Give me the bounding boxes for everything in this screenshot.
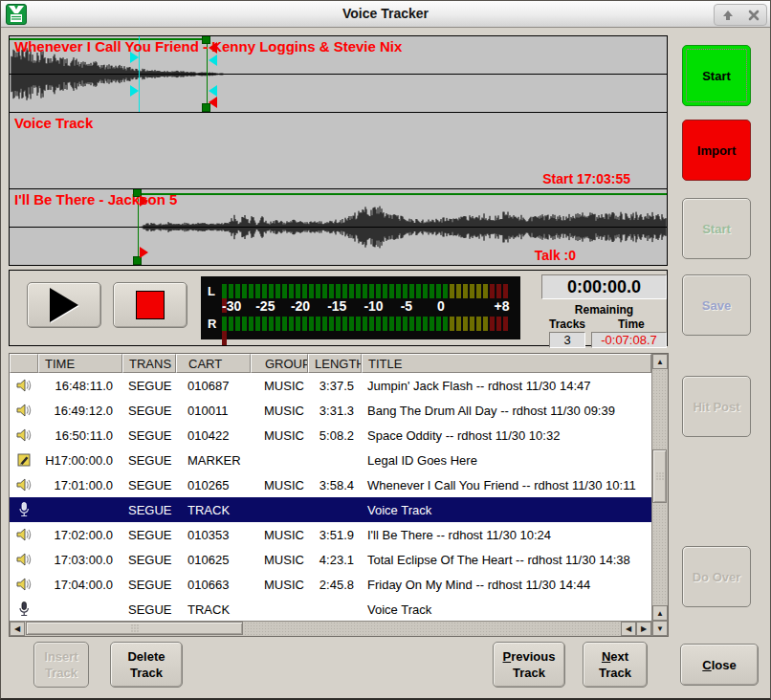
cell-icon <box>10 576 38 593</box>
cell-cart: 010663 <box>176 578 251 592</box>
start-marker-bottom[interactable] <box>140 247 148 258</box>
cell-trans: SEGUE <box>122 453 176 468</box>
start-marker-top[interactable] <box>140 195 148 207</box>
cell-title: Bang The Drum All Day -- rdhost 11/30 09… <box>362 404 651 418</box>
log-header: TIMETRANSCARTGROUPLENGTHTITLE <box>10 354 651 373</box>
scroll-left-icon[interactable]: ◀ <box>10 622 25 636</box>
cell-trans: SEGUE <box>122 503 176 517</box>
cell-icon <box>10 501 38 518</box>
cell-time: 16:49:12.0 <box>38 404 122 418</box>
speaker-icon <box>15 526 33 543</box>
close-button[interactable]: Close <box>680 644 759 686</box>
cell-cart: TRACK <box>176 602 251 617</box>
voice-start-time: Start 17:03:55 <box>542 171 630 186</box>
next-track-button[interactable]: Next Track <box>583 642 648 688</box>
table-row[interactable]: 17:04:00.0SEGUE010663MUSIC2:45.8Friday O… <box>10 572 651 597</box>
cell-length: 3:31.3 <box>308 404 362 418</box>
horizontal-scrollbar[interactable]: ◀ ◀ ▶ <box>10 621 651 636</box>
segue-handle-top[interactable] <box>209 55 217 66</box>
remaining-panel: Remaining Tracks Time 3 -0:07:08.7 <box>541 303 667 348</box>
meter-tick-0: 0 <box>437 298 445 314</box>
stop-button[interactable] <box>113 282 187 328</box>
meter-tick--10: -10 <box>363 298 383 314</box>
table-row[interactable]: SEGUETRACKVoice Track <box>10 597 651 621</box>
vertical-scrollbar[interactable]: ▲ ▲ ▼ <box>651 354 668 636</box>
time-remaining-value: -0:07:08.7 <box>591 332 667 348</box>
table-row[interactable]: 16:48:11.0SEGUE010687MUSIC3:37.5Jumpin' … <box>10 373 651 398</box>
microphone-icon <box>15 601 33 618</box>
vscroll-thumb[interactable] <box>652 449 667 503</box>
table-row[interactable]: 17:03:00.0SEGUE010625MUSIC4:23.1Total Ec… <box>10 547 651 572</box>
table-row[interactable]: 16:49:12.0SEGUE010011MUSIC3:31.3Bang The… <box>10 398 651 423</box>
table-row[interactable]: 16:50:11.0SEGUE010422MUSIC5:08.2Space Od… <box>10 423 651 448</box>
cell-cart: TRACK <box>176 503 251 517</box>
stop-icon <box>136 291 165 319</box>
cell-title: Voice Track <box>362 503 651 517</box>
cell-title: I'll Be There -- rdhost 11/30 10:24 <box>362 528 651 542</box>
column-header-LENGTH: LENGTH <box>308 354 362 373</box>
hit-post-button: Hit Post <box>682 376 751 437</box>
talk-time-label: Talk :0 <box>535 248 576 263</box>
talk-marker-handle-bottom[interactable] <box>130 85 139 97</box>
table-row[interactable]: 17:02:00.0SEGUE010353MUSIC3:51.9I'll Be … <box>10 522 651 547</box>
cell-time: 17:01:00.0 <box>38 478 122 492</box>
cell-cart: 010687 <box>176 379 251 393</box>
elapsed-time-display: 0:00:00.0 <box>541 274 667 299</box>
start-record-button[interactable]: Start <box>682 45 751 106</box>
speaker-icon <box>15 551 33 568</box>
shade-icon[interactable] <box>717 7 738 24</box>
cell-time: 16:50:11.0 <box>38 428 122 443</box>
scroll-up-icon[interactable]: ▲ <box>652 354 668 369</box>
voice-tracker-window: Voice Tracker Whenever I Call You Friend… <box>0 0 771 700</box>
delete-track-button[interactable]: Delete Track <box>110 642 183 688</box>
table-row[interactable]: H17:00:00.0SEGUEMARKERLegal ID Goes Here <box>10 448 651 472</box>
cell-icon <box>10 551 38 568</box>
cell-group: MUSIC <box>251 404 308 418</box>
column-header-TITLE: TITLE <box>362 354 651 373</box>
cell-icon <box>10 402 38 419</box>
segue-marker-bottom[interactable] <box>209 97 217 108</box>
cell-group: MUSIC <box>251 553 308 567</box>
column-header-TRANS: TRANS <box>122 354 176 373</box>
time-label: Time <box>618 317 645 331</box>
audio-level-meter: L -30-25-20-15-10-50+8 R <box>201 276 520 339</box>
close-icon[interactable] <box>743 7 764 24</box>
insert-track-button: Insert Track <box>33 642 89 688</box>
window-controls <box>714 4 767 26</box>
table-row[interactable]: 17:01:00.0SEGUE010265MUSIC3:58.4Whenever… <box>10 472 651 497</box>
play-button[interactable] <box>27 282 101 328</box>
segue-marker-top[interactable] <box>209 42 217 54</box>
meter-tick--25: -25 <box>255 298 275 314</box>
table-row[interactable]: SEGUETRACKVoice Track <box>10 497 651 522</box>
remaining-label: Remaining <box>541 303 667 317</box>
cell-time: 17:03:00.0 <box>38 553 122 567</box>
cell-trans: SEGUE <box>122 428 176 443</box>
segue-handle-bottom[interactable] <box>209 85 217 97</box>
meter-tick--15: -15 <box>327 298 346 314</box>
log-rows: 16:48:11.0SEGUE010687MUSIC3:37.5Jumpin' … <box>10 373 651 621</box>
talk-marker-handle-top[interactable] <box>130 52 139 63</box>
scroll-up2-icon[interactable]: ▲ <box>652 605 668 621</box>
previous-track-button[interactable]: Previous Track <box>493 642 565 688</box>
cell-cart: MARKER <box>176 453 251 468</box>
cell-length: 3:58.4 <box>308 478 362 492</box>
meter-right-segments <box>222 317 515 331</box>
waveform-track-next-cart[interactable]: I'll Be There - Jackson 5 Talk :0 <box>9 188 668 266</box>
hscroll-thumb[interactable] <box>26 622 243 635</box>
column-header-GROUP: GROUP <box>251 354 308 373</box>
hscroll-trough[interactable] <box>244 622 620 636</box>
cell-group: MUSIC <box>251 379 308 393</box>
transport-panel: L -30-25-20-15-10-50+8 R 0:00:00.0 Remai… <box>9 270 668 346</box>
scroll-left2-icon[interactable]: ◀ <box>621 622 636 636</box>
cell-cart: 010422 <box>176 428 251 443</box>
meter-right-label: R <box>208 317 216 331</box>
waveform-track-previous-cart[interactable]: Whenever I Call You Friend - Kenny Loggi… <box>9 35 668 113</box>
play-icon <box>50 288 78 322</box>
marker-icon <box>15 451 33 469</box>
scroll-right-icon[interactable]: ▶ <box>636 622 651 636</box>
column-header-icon <box>10 354 38 373</box>
waveform-track-voice[interactable]: Voice Track Start 17:03:55 <box>9 112 668 189</box>
import-button[interactable]: Import <box>682 120 751 181</box>
scroll-down-icon[interactable]: ▼ <box>652 621 668 636</box>
cell-length: 3:51.9 <box>308 528 362 542</box>
